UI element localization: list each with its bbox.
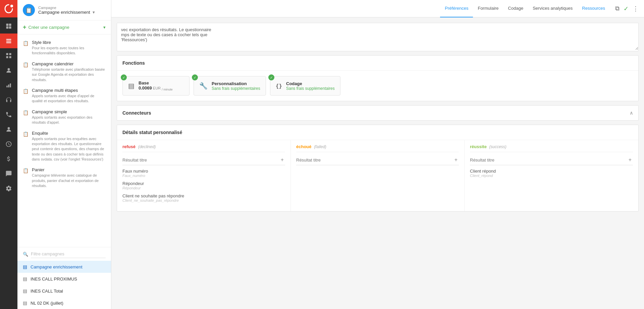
campaign-item-icon: ▤ [23, 300, 27, 306]
campaign-type-item[interactable]: 📋 Style libre Pour les experts avec tout… [17, 37, 111, 59]
campaign-dropdown-arrow: ▾ [93, 10, 95, 15]
rail-settings-icon[interactable] [0, 181, 17, 196]
rail-clock-icon[interactable] [0, 137, 17, 151]
rail-contacts-icon[interactable] [0, 63, 17, 78]
fonctions-row: ✓ ▤ Base 0.0069 EUR / minute [122, 76, 633, 96]
campaign-type-item[interactable]: 📋 Panier Campagne télévente avec catalog… [17, 165, 111, 191]
result-input-row-success: + [470, 156, 633, 165]
rail-headset-icon[interactable] [0, 92, 17, 107]
type-info: Campagne multi étapes Appels sortants av… [32, 88, 106, 104]
svg-rect-9 [6, 86, 7, 87]
statut-sub-refused: (declined) [138, 144, 156, 149]
campaign-list-item[interactable]: ▤ INES CALL Total [17, 285, 111, 297]
campaign-icon: 📋 [23, 4, 35, 16]
statut-item: Client répond Client_répond [470, 169, 633, 178]
type-icon: 📋 [23, 168, 29, 173]
type-icon: 📋 [23, 131, 29, 137]
statut-item-key: Client_répond [470, 174, 633, 178]
fonctions-title: Fonctions [122, 60, 145, 66]
type-desc: Appels sortants avec exportation des rés… [32, 115, 106, 125]
campaign-filter-input[interactable] [31, 250, 106, 258]
rail-campaign-icon[interactable] [0, 34, 17, 48]
fonction-perso-card: ✓ 🔧 Personnalisation Sans frais suppléme… [194, 76, 266, 96]
connecteurs-toggle[interactable]: ∧ [630, 110, 633, 116]
campaign-type-list: 📋 Style libre Pour les experts avec tout… [17, 35, 111, 247]
nav-tab-codage[interactable]: Codage [503, 0, 528, 17]
fonction-codage-card: ✓ {} Codage Sans frais supplémentaires [270, 76, 340, 96]
base-icon: ▤ [128, 82, 135, 90]
nav-tab-préférences[interactable]: Préférences [440, 0, 473, 17]
nav-tab-services-analytiques[interactable]: Services analytiques [528, 0, 577, 17]
type-desc: Appels sortants pour les enquêtes avec e… [32, 136, 106, 162]
campaign-type-item[interactable]: 📋 Campagne calendrier Téléphonie sortant… [17, 59, 111, 85]
create-campaign-button[interactable]: + Créer une campagne ▾ [17, 20, 111, 35]
campaign-type-item[interactable]: 📋 Campagne multi étapes Appels sortants … [17, 85, 111, 107]
type-name: Style libre [32, 40, 106, 45]
description-area: vec exportation des résultats. Le questi… [117, 23, 639, 51]
statut-label-refused: refusé (declined) [122, 140, 285, 152]
statut-item: Client ne souhaite pas répondre Client_n… [122, 193, 285, 202]
icon-rail [0, 0, 17, 309]
codage-name: Codage [286, 81, 335, 86]
type-info: Campagne simple Appels sortants avec exp… [32, 109, 106, 125]
campaign-list-item[interactable]: ▤ Campagne enrichissement [17, 261, 111, 273]
rail-dollar-icon[interactable] [0, 151, 17, 166]
plus-icon: + [23, 24, 26, 31]
save-icon[interactable]: ✓ [624, 5, 629, 12]
campaign-item-name: Campagne enrichissement [31, 264, 83, 269]
description-textarea[interactable]: vec exportation des résultats. Le questi… [117, 23, 638, 50]
codage-info: Codage Sans frais supplémentaires [286, 81, 335, 91]
result-input-row-refused: + [122, 156, 285, 165]
rail-user-icon[interactable] [0, 122, 17, 137]
type-icon: 📋 [23, 62, 29, 67]
rail-dashboard-icon[interactable] [0, 19, 17, 34]
type-desc: Téléphonie sortante avec planification b… [32, 67, 106, 82]
search-filter-area: 🔍 [17, 247, 111, 261]
preview-icon[interactable]: ⧉ [615, 5, 620, 12]
statut-item-name: Répondeur [122, 181, 285, 186]
codage-icon: {} [276, 83, 282, 89]
result-title-input-failed[interactable] [296, 158, 451, 163]
svg-point-8 [8, 68, 10, 70]
add-result-button-success[interactable]: + [627, 156, 633, 164]
statut-item-name: Client ne souhaite pas répondre [122, 193, 285, 198]
statut-col-success: réussite (success) +Client répond Client… [465, 140, 638, 211]
statut-item-name: Client répond [470, 169, 633, 174]
rail-phone-icon[interactable] [0, 107, 17, 122]
campaign-type-item[interactable]: 📋 Enquête Appels sortants pour les enquê… [17, 128, 111, 165]
perso-name: Personnalisation [212, 81, 260, 86]
app-logo[interactable] [0, 0, 17, 17]
sidebar: 📋 Campagne Campagne enrichissement ▾ + C… [17, 0, 111, 309]
campaign-type-item[interactable]: 📋 Campagne simple Appels sortants avec e… [17, 107, 111, 128]
nav-tab-formulaire[interactable]: Formulaire [473, 0, 503, 17]
rail-chat-icon[interactable] [0, 166, 17, 181]
connecteurs-header: Connecteurs ∧ [117, 106, 638, 120]
campaign-list-item[interactable]: ▤ INES CALL PROXIMUS [17, 273, 111, 285]
connecteurs-title: Connecteurs [122, 110, 151, 116]
nav-actions: ⧉ ✓ ⋮ [615, 5, 639, 12]
add-result-button-failed[interactable]: + [453, 156, 459, 164]
campaign-title[interactable]: Campagne enrichissement ▾ [38, 10, 106, 15]
fonctions-section: Fonctions ✓ ▤ Base 0.0069 EUR / minute [117, 55, 639, 101]
campaign-list-item[interactable]: ▤ NL 02 DK (juillet) [17, 297, 111, 309]
nav-tab-ressources[interactable]: Ressources [577, 0, 610, 17]
rail-reports-icon[interactable] [0, 78, 17, 92]
more-icon[interactable]: ⋮ [633, 5, 639, 12]
svg-rect-2 [9, 24, 11, 26]
statut-item-name: Faux numéro [122, 169, 285, 174]
statut-col-refused: refusé (declined) +Faux numéro Faux_numé… [117, 140, 291, 211]
statut-item-key: Client_ne_souhaite_pas_répondre [122, 198, 285, 202]
type-name: Enquête [32, 131, 106, 136]
type-info: Panier Campagne télévente avec catalogue… [32, 167, 106, 188]
add-result-button-refused[interactable]: + [279, 156, 285, 164]
type-name: Campagne multi étapes [32, 88, 106, 93]
type-icon: 📋 [23, 41, 29, 46]
type-name: Campagne calendrier [32, 61, 106, 66]
result-title-input-success[interactable] [470, 158, 625, 163]
rail-grid-icon[interactable] [0, 48, 17, 63]
type-name: Panier [32, 167, 106, 172]
statut-item-key: Faux_numéro [122, 174, 285, 178]
sidebar-header: 📋 Campagne Campagne enrichissement ▾ [17, 0, 111, 20]
result-title-input-refused[interactable] [122, 158, 277, 163]
svg-point-12 [8, 127, 10, 129]
